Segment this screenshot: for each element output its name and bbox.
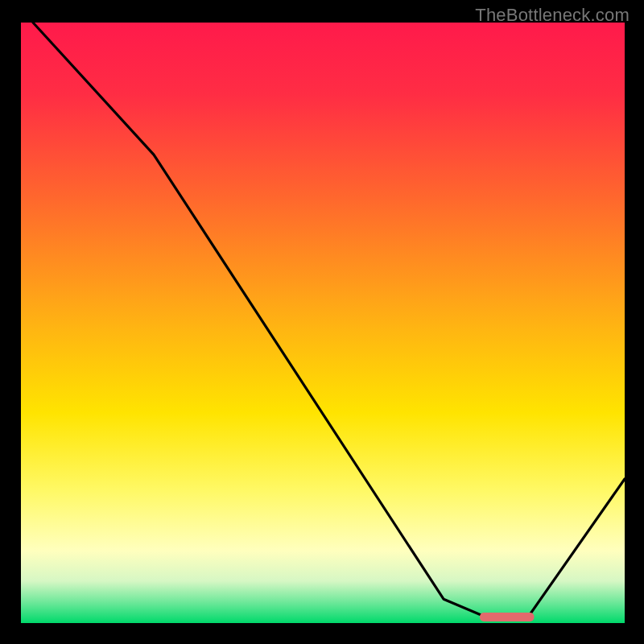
watermark-label: TheBottleneck.com <box>475 5 630 26</box>
plot-gradient-background <box>21 23 625 623</box>
bottleneck-chart <box>0 0 644 644</box>
optimal-marker <box>480 613 535 621</box>
chart-frame: TheBottleneck.com <box>0 0 644 644</box>
